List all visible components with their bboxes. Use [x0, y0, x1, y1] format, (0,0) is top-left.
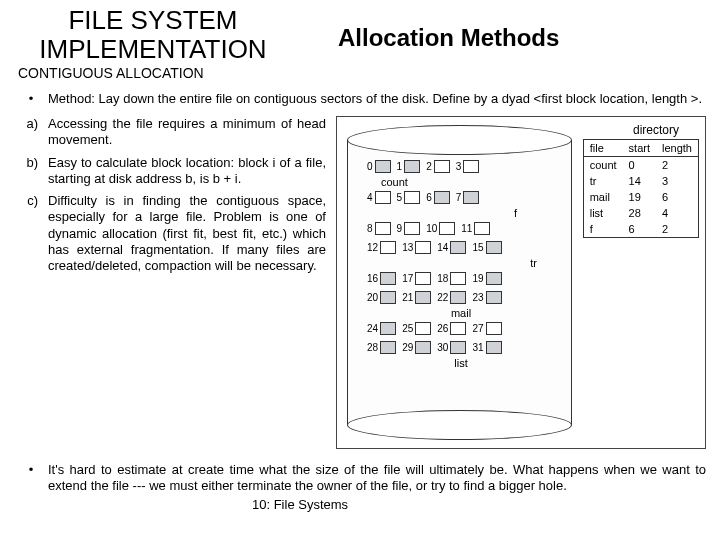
bullet-mark: • — [14, 91, 48, 106]
block: 23 — [472, 291, 501, 304]
file-label-mail: mail — [367, 307, 555, 319]
col-file: file — [583, 140, 622, 157]
bullet-mark: • — [14, 462, 48, 495]
block-square — [404, 222, 420, 235]
file-label-list: list — [367, 357, 555, 369]
block-row: 0 1 2 3 — [367, 160, 555, 173]
disk-cylinder: 0 1 2 3 count 4 5 6 7 f — [347, 125, 572, 440]
cyl-bottom — [347, 410, 572, 440]
block: 20 — [367, 291, 396, 304]
item-label: c) — [14, 193, 48, 274]
block-square — [404, 160, 420, 173]
block: 28 — [367, 341, 396, 354]
block-square — [450, 241, 466, 254]
block: 3 — [456, 160, 480, 173]
block-square — [380, 322, 396, 335]
item-a: a) Accessing the file requires a minimum… — [14, 116, 326, 149]
directory-label: directory — [633, 123, 679, 137]
block-square — [380, 341, 396, 354]
dir-header-row: file start length — [583, 140, 698, 157]
block: 26 — [437, 322, 466, 335]
block-square — [463, 191, 479, 204]
block: 31 — [472, 341, 501, 354]
block: 0 — [367, 160, 391, 173]
section-subhead: CONTIGUOUS ALLOCATION — [0, 63, 720, 91]
block: 22 — [437, 291, 466, 304]
block: 13 — [402, 241, 431, 254]
block: 7 — [456, 191, 480, 204]
item-text: Difficulty is in finding the contiguous … — [48, 193, 326, 274]
directory-table: file start length count02 tr143 mail196 … — [583, 139, 699, 238]
block: 30 — [437, 341, 466, 354]
bullet-text: It's hard to estimate at create time wha… — [48, 462, 706, 495]
block-square — [450, 322, 466, 335]
dir-row: mail196 — [583, 189, 698, 205]
block: 9 — [397, 222, 421, 235]
block: 15 — [472, 241, 501, 254]
item-label: a) — [14, 116, 48, 149]
block-square — [486, 272, 502, 285]
block-square — [486, 291, 502, 304]
title-left: FILE SYSTEM IMPLEMENTATION — [18, 6, 288, 63]
block: 25 — [402, 322, 431, 335]
block: 12 — [367, 241, 396, 254]
block-row: 12 13 14 15 — [367, 241, 555, 254]
block-square — [375, 160, 391, 173]
bullet-extend: • It's hard to estimate at create time w… — [14, 462, 706, 495]
block-square — [463, 160, 479, 173]
dir-row: tr143 — [583, 173, 698, 189]
block: 24 — [367, 322, 396, 335]
block: 5 — [397, 191, 421, 204]
block-row: 16 17 18 19 — [367, 272, 555, 285]
block: 6 — [426, 191, 450, 204]
block: 18 — [437, 272, 466, 285]
slide-content: • Method: Lay down the entire file on co… — [0, 91, 720, 495]
block-square — [434, 160, 450, 173]
figure-column: directory file start length count02 tr14… — [336, 116, 706, 456]
block-square — [380, 291, 396, 304]
block-row: 28 29 30 31 — [367, 341, 555, 354]
block-square — [450, 291, 466, 304]
block-square — [404, 191, 420, 204]
block: 29 — [402, 341, 431, 354]
block-square — [486, 322, 502, 335]
block: 16 — [367, 272, 396, 285]
block-grid: 0 1 2 3 count 4 5 6 7 f — [367, 160, 555, 372]
block-square — [380, 241, 396, 254]
dir-row: f62 — [583, 221, 698, 238]
file-label-f: f — [367, 207, 555, 219]
block: 4 — [367, 191, 391, 204]
block-row: 8 9 10 11 — [367, 222, 555, 235]
item-b: b) Easy to calculate block location: blo… — [14, 155, 326, 188]
block-square — [380, 272, 396, 285]
title-right: Allocation Methods — [338, 24, 559, 52]
block: 17 — [402, 272, 431, 285]
dir-row: count02 — [583, 157, 698, 174]
slide-footer: 10: File Systems — [252, 497, 348, 512]
block: 27 — [472, 322, 501, 335]
block: 8 — [367, 222, 391, 235]
block-square — [439, 222, 455, 235]
block-square — [375, 222, 391, 235]
bullet-text: Method: Lay down the entire file on cont… — [48, 91, 706, 106]
block-square — [434, 191, 450, 204]
block-square — [415, 291, 431, 304]
block: 2 — [426, 160, 450, 173]
block: 21 — [402, 291, 431, 304]
col-length: length — [656, 140, 698, 157]
item-label: b) — [14, 155, 48, 188]
block-square — [474, 222, 490, 235]
block: 10 — [426, 222, 455, 235]
col-start: start — [623, 140, 656, 157]
item-text: Easy to calculate block location: block … — [48, 155, 326, 188]
items-column: a) Accessing the file requires a minimum… — [14, 116, 326, 456]
block-square — [415, 322, 431, 335]
block: 19 — [472, 272, 501, 285]
block: 1 — [397, 160, 421, 173]
block-square — [415, 241, 431, 254]
dir-row: list284 — [583, 205, 698, 221]
allocation-figure: directory file start length count02 tr14… — [336, 116, 706, 449]
block-row: 20 21 22 23 — [367, 291, 555, 304]
block-square — [375, 191, 391, 204]
cyl-top — [347, 125, 572, 155]
